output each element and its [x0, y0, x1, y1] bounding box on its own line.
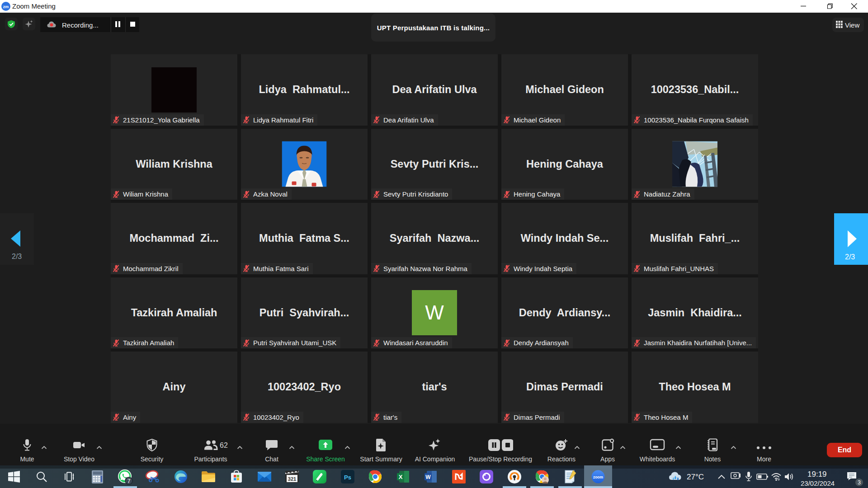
- svg-text:zoom: zoom: [593, 475, 603, 479]
- svg-text:321: 321: [288, 476, 296, 482]
- svg-text:zm: zm: [3, 5, 9, 9]
- svg-text:W: W: [425, 474, 431, 480]
- svg-text:Ps: Ps: [344, 474, 351, 481]
- svg-text:7: 7: [127, 478, 131, 484]
- svg-text:X: X: [399, 474, 403, 480]
